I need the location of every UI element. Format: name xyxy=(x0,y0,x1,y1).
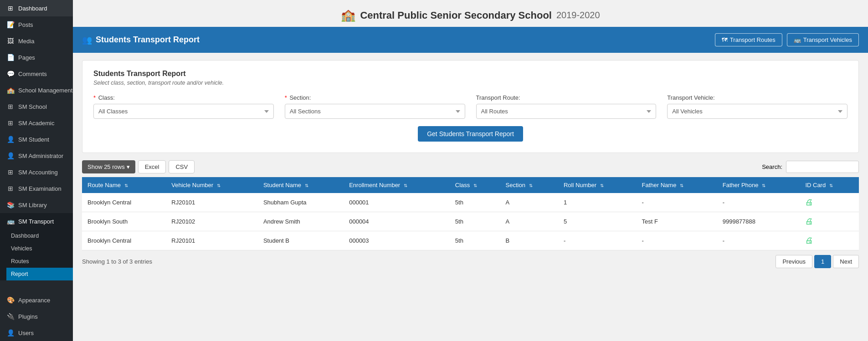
cell-idcard-row-0[interactable]: 🖨 xyxy=(800,193,859,212)
sidebar-item-sm-transport[interactable]: 🚌 SM Transport xyxy=(0,213,73,229)
print-id-card-icon[interactable]: 🖨 xyxy=(805,198,813,207)
transport-vehicles-button[interactable]: 🚌 Transport Vehicles xyxy=(787,33,859,46)
card-title: Students Transport Report xyxy=(93,70,847,78)
sm-school-icon: ⊞ xyxy=(6,103,15,110)
sidebar-item-plugins[interactable]: 🔌 Plugins xyxy=(0,308,73,325)
cell-5-row-2: B xyxy=(500,231,558,250)
sidebar-item-sm-administrator[interactable]: 👤 SM Administrator xyxy=(0,148,73,164)
sidebar-item-sm-school[interactable]: ⊞ SM School xyxy=(0,98,73,115)
get-report-button[interactable]: Get Students Transport Report xyxy=(418,126,523,142)
col-student-name[interactable]: Student Name ⇅ xyxy=(258,177,344,193)
cell-2-row-0: Shubham Gupta xyxy=(258,193,344,212)
header-title-text: Students Transport Report xyxy=(96,35,200,45)
cell-8-row-2: - xyxy=(717,231,800,250)
sm-academic-icon: ⊞ xyxy=(6,119,15,127)
search-input[interactable] xyxy=(786,161,859,173)
submit-row: Get Students Transport Report xyxy=(93,126,847,142)
sidebar-item-comments[interactable]: 💬 Comments xyxy=(0,66,73,82)
sidebar-item-posts[interactable]: 📝 Posts xyxy=(0,16,73,33)
sort-icon-id-card: ⇅ xyxy=(829,183,833,188)
cell-idcard-row-2[interactable]: 🖨 xyxy=(800,231,859,250)
cell-idcard-row-1[interactable]: 🖨 xyxy=(800,212,859,231)
school-mgmt-icon: 🏫 xyxy=(6,87,15,94)
table-controls: Show 25 rows ▾ Excel CSV Search: xyxy=(82,160,859,173)
cell-1-row-2: RJ20101 xyxy=(166,231,258,250)
sidebar-item-sm-student[interactable]: 👤 SM Student xyxy=(0,131,73,148)
cell-5-row-1: A xyxy=(500,212,558,231)
sidebar-item-media[interactable]: 🖼 Media xyxy=(0,33,73,49)
sidebar-label-comments: Comments xyxy=(18,71,47,77)
csv-button[interactable]: CSV xyxy=(169,160,195,173)
sidebar-item-dashboard[interactable]: ⊞ Dashboard xyxy=(0,0,73,16)
sidebar-label-media: Media xyxy=(18,38,34,45)
col-class[interactable]: Class ⇅ xyxy=(450,177,500,193)
sidebar-item-appearance[interactable]: 🎨 Appearance xyxy=(0,292,73,308)
col-section[interactable]: Section ⇅ xyxy=(500,177,558,193)
col-father-phone[interactable]: Father Phone ⇅ xyxy=(717,177,800,193)
next-button[interactable]: Next xyxy=(833,255,859,268)
previous-button[interactable]: Previous xyxy=(776,255,812,268)
sidebar-item-sm-library[interactable]: 📚 SM Library xyxy=(0,197,73,213)
col-roll-number[interactable]: Roll Number ⇅ xyxy=(558,177,637,193)
sidebar-label-appearance: Appearance xyxy=(18,297,50,304)
sidebar-item-transport-routes[interactable]: Routes xyxy=(6,255,73,268)
vehicle-label: Transport Vehicle: xyxy=(667,94,847,101)
transport-routes-button[interactable]: 🗺 Transport Routes xyxy=(715,33,782,46)
sort-icon-section: ⇅ xyxy=(529,183,533,188)
col-father-name[interactable]: Father Name ⇅ xyxy=(637,177,717,193)
sidebar-item-sm-academic[interactable]: ⊞ SM Academic xyxy=(0,115,73,131)
form-row: * Class: All Classes * Section: All Sect… xyxy=(93,94,847,119)
table-body: Brooklyn CentralRJ20101Shubham Gupta0000… xyxy=(82,193,859,250)
sidebar-label-sm-academic: SM Academic xyxy=(18,120,54,127)
dashboard-icon: ⊞ xyxy=(6,5,15,12)
sidebar-item-sm-examination[interactable]: ⊞ SM Examination xyxy=(0,180,73,197)
sm-student-icon: 👤 xyxy=(6,136,15,143)
section-select[interactable]: All Sections xyxy=(285,104,465,119)
route-select[interactable]: All Routes xyxy=(476,104,657,119)
col-id-card[interactable]: ID Card ⇅ xyxy=(800,177,859,193)
cell-8-row-1: 9999877888 xyxy=(717,212,800,231)
media-icon: 🖼 xyxy=(6,37,15,45)
sidebar-item-sm-accounting[interactable]: ⊞ SM Accounting xyxy=(0,164,73,180)
sort-icon-enrollment: ⇅ xyxy=(404,183,407,188)
sidebar-label-pages: Pages xyxy=(18,54,35,61)
sort-icon-vehicle: ⇅ xyxy=(217,183,221,188)
page-1-button[interactable]: 1 xyxy=(814,255,831,268)
vehicle-select[interactable]: All Vehicles xyxy=(667,104,847,119)
sidebar-label-sm-student: SM Student xyxy=(18,136,49,143)
print-id-card-icon[interactable]: 🖨 xyxy=(805,236,813,245)
school-title-bar: 🏫 Central Public Senior Secondary School… xyxy=(73,0,868,27)
cell-8-row-0: - xyxy=(717,193,800,212)
show-rows-button[interactable]: Show 25 rows ▾ xyxy=(82,160,135,173)
school-year: 2019-2020 xyxy=(556,10,600,20)
transport-table: Route Name ⇅ Vehicle Number ⇅ Student Na… xyxy=(82,177,859,250)
excel-button[interactable]: Excel xyxy=(138,160,166,173)
cell-6-row-1: 5 xyxy=(558,212,637,231)
sidebar-item-school-management[interactable]: 🏫 School Management xyxy=(0,82,73,98)
show-rows-label: Show 25 rows xyxy=(87,163,125,170)
card-subtitle: Select class, section, transport route a… xyxy=(93,80,847,86)
form-group-class: * Class: All Classes xyxy=(93,94,274,119)
sidebar-item-users[interactable]: 👤 Users xyxy=(0,325,73,341)
sidebar-item-transport-report[interactable]: Report xyxy=(6,268,73,280)
class-select[interactable]: All Classes xyxy=(93,104,274,119)
form-card: Students Transport Report Select class, … xyxy=(82,60,859,153)
sidebar-item-transport-dashboard[interactable]: Dashboard xyxy=(6,229,73,242)
cell-6-row-2: - xyxy=(558,231,637,250)
col-enrollment[interactable]: Enrollment Number ⇅ xyxy=(344,177,450,193)
sm-examination-icon: ⊞ xyxy=(6,185,15,192)
search-row: Search: xyxy=(762,161,859,173)
header-buttons: 🗺 Transport Routes 🚌 Transport Vehicles xyxy=(715,33,859,46)
class-label: * Class: xyxy=(93,94,274,101)
cell-7-row-1: Test F xyxy=(637,212,717,231)
print-id-card-icon[interactable]: 🖨 xyxy=(805,217,813,226)
sidebar-item-pages[interactable]: 📄 Pages xyxy=(0,49,73,66)
col-route-name[interactable]: Route Name ⇅ xyxy=(82,177,166,193)
sidebar-item-transport-vehicles[interactable]: Vehicles xyxy=(6,242,73,255)
col-vehicle-number[interactable]: Vehicle Number ⇅ xyxy=(166,177,258,193)
pages-icon: 📄 xyxy=(6,54,15,61)
cell-4-row-0: 5th xyxy=(450,193,500,212)
search-label: Search: xyxy=(762,163,782,170)
sidebar-label-sm-accounting: SM Accounting xyxy=(18,169,58,176)
sidebar-label-sm-examination: SM Examination xyxy=(18,185,62,192)
